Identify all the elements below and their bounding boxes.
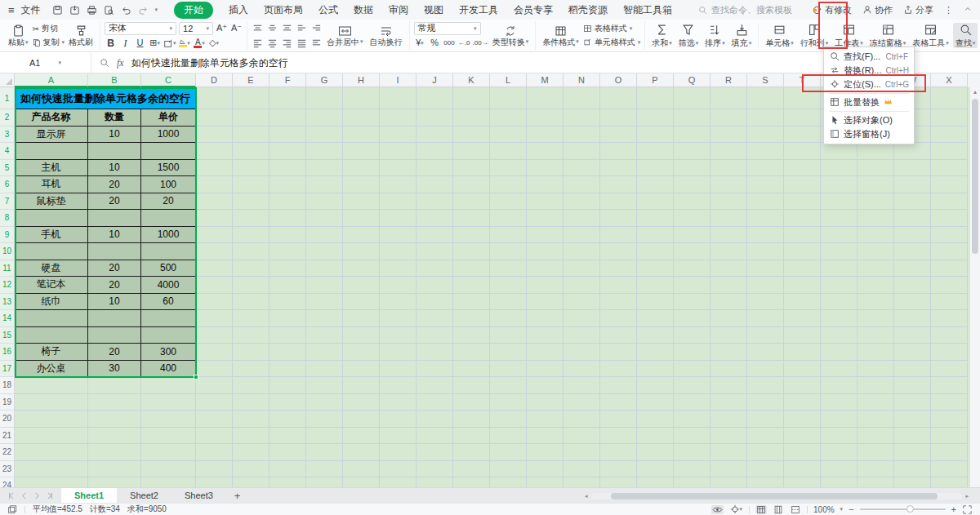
cell[interactable] — [416, 327, 453, 344]
cell[interactable] — [710, 210, 747, 227]
cell[interactable] — [15, 477, 88, 487]
table-cell[interactable]: 10 — [88, 294, 141, 311]
cell[interactable] — [343, 277, 380, 294]
cell[interactable] — [306, 109, 343, 127]
cell[interactable] — [747, 394, 784, 411]
cell[interactable] — [747, 477, 784, 487]
cell[interactable] — [453, 294, 490, 311]
column-header-M[interactable]: M — [527, 73, 564, 87]
cell[interactable] — [674, 127, 710, 144]
table-cell[interactable]: 1000 — [141, 127, 196, 144]
table-cell[interactable] — [88, 243, 141, 260]
indent-increase-icon[interactable] — [310, 22, 323, 35]
cell[interactable] — [233, 294, 270, 311]
cell[interactable] — [196, 344, 233, 361]
cell[interactable] — [490, 227, 527, 244]
font-name-select[interactable]: 宋体▾ — [105, 22, 176, 35]
cell[interactable] — [270, 310, 306, 327]
table-cell[interactable] — [15, 327, 88, 344]
row-header-8[interactable]: 8 — [0, 210, 15, 227]
next-sheet-icon[interactable] — [33, 492, 41, 499]
cell[interactable] — [196, 477, 233, 487]
cell[interactable] — [784, 344, 821, 361]
cell[interactable] — [747, 193, 784, 211]
cell[interactable] — [416, 260, 453, 277]
table-cell[interactable]: 10 — [88, 127, 141, 144]
cell[interactable] — [380, 109, 416, 127]
cell[interactable] — [416, 428, 453, 445]
cell[interactable] — [784, 477, 821, 487]
cell[interactable] — [637, 87, 674, 109]
cell[interactable] — [784, 327, 821, 344]
tab-7[interactable]: 开发工具 — [459, 3, 498, 17]
cell[interactable] — [564, 193, 600, 211]
cell[interactable] — [747, 377, 784, 394]
cell[interactable] — [784, 193, 821, 211]
cell[interactable] — [141, 377, 196, 394]
cell[interactable] — [564, 160, 600, 177]
sheet-tab-sheet1[interactable]: Sheet1 — [61, 488, 117, 504]
cell[interactable] — [821, 444, 858, 461]
cell[interactable] — [858, 243, 894, 260]
cell[interactable] — [270, 109, 306, 127]
table-cell[interactable] — [88, 143, 141, 160]
align-left-icon[interactable] — [252, 37, 264, 50]
cell[interactable] — [306, 461, 343, 478]
cell[interactable] — [894, 477, 931, 487]
main-menu-icon[interactable]: ≡ — [8, 4, 15, 16]
cell[interactable] — [894, 160, 931, 177]
row-header-13[interactable]: 13 — [0, 294, 15, 311]
toolbar-funnel-button[interactable]: 筛选▾ — [676, 23, 702, 48]
cell[interactable] — [233, 109, 270, 127]
cell[interactable] — [416, 310, 453, 327]
table-cell[interactable]: 笔记本 — [15, 277, 88, 294]
cell[interactable] — [564, 477, 600, 487]
currency-icon[interactable]: ¥▾ — [414, 37, 426, 50]
format-painter-button[interactable]: 格式刷 — [66, 24, 96, 47]
cell[interactable] — [674, 361, 710, 378]
fullscreen-icon[interactable] — [962, 505, 973, 514]
cell[interactable] — [527, 210, 564, 227]
cell[interactable] — [306, 294, 343, 311]
cell[interactable] — [196, 193, 233, 211]
cell[interactable] — [270, 344, 306, 361]
underline-button[interactable]: U — [134, 37, 146, 50]
cell[interactable] — [637, 109, 674, 127]
cell[interactable] — [453, 176, 490, 193]
toolbar-sort-button[interactable]: 排序▾ — [702, 23, 728, 48]
quick-access-dropdown-icon[interactable]: ▾ — [155, 7, 158, 13]
sheet-tab-sheet3[interactable]: Sheet3 — [172, 488, 226, 504]
cell[interactable] — [343, 227, 380, 244]
cell[interactable] — [710, 344, 747, 361]
table-cell[interactable]: 500 — [141, 260, 196, 277]
cell[interactable] — [637, 176, 674, 193]
view-page-layout-icon[interactable] — [773, 505, 784, 514]
modified-status[interactable]: 有修改 — [812, 4, 852, 16]
table-cell[interactable] — [15, 210, 88, 227]
table-cell[interactable] — [141, 143, 196, 160]
table-cell[interactable]: 300 — [141, 344, 196, 361]
cell[interactable] — [88, 377, 141, 394]
cell[interactable] — [527, 87, 564, 109]
cell[interactable] — [564, 127, 600, 144]
cell[interactable] — [931, 227, 968, 244]
fill-color-icon[interactable]: ▾ — [179, 37, 191, 50]
column-header-Q[interactable]: Q — [674, 73, 710, 87]
cell[interactable] — [380, 428, 416, 445]
cell[interactable] — [490, 143, 527, 160]
cell[interactable] — [600, 394, 637, 411]
cell[interactable] — [527, 361, 564, 378]
menu-item-replace[interactable]: 替换(R)...Ctrl+H — [824, 64, 914, 78]
cell[interactable] — [453, 227, 490, 244]
cell[interactable] — [710, 394, 747, 411]
cell[interactable] — [343, 444, 380, 461]
cell[interactable] — [674, 109, 710, 127]
row-header-10[interactable]: 10 — [0, 243, 15, 260]
bold-button[interactable]: B — [105, 37, 117, 50]
cell[interactable] — [931, 193, 968, 211]
cell[interactable] — [858, 160, 894, 177]
cell[interactable] — [196, 444, 233, 461]
cell[interactable] — [747, 143, 784, 160]
cell[interactable] — [894, 210, 931, 227]
cell[interactable] — [233, 176, 270, 193]
